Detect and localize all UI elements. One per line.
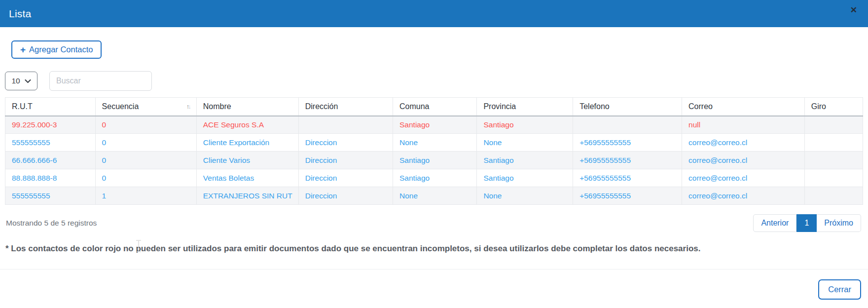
col-header-secuencia-label: Secuencia bbox=[102, 102, 139, 111]
cell-comuna: None bbox=[393, 134, 477, 152]
cell-direccion: Direccion bbox=[298, 152, 393, 169]
col-header-secuencia[interactable]: Secuencia ↑↓ bbox=[95, 98, 196, 116]
cell-comuna: Santiago bbox=[393, 116, 477, 134]
cell-comuna: None bbox=[393, 187, 477, 205]
cell-rut: 555555555 bbox=[5, 134, 96, 152]
cell-telefono: +56955555555 bbox=[573, 169, 682, 187]
cell-nombre: Cliente Varios bbox=[196, 152, 298, 169]
page-size-select[interactable]: 10 bbox=[5, 72, 37, 90]
cell-provincia: None bbox=[477, 134, 573, 152]
cell-provincia: Santiago bbox=[477, 116, 573, 134]
cell-correo: correo@correo.cl bbox=[682, 187, 805, 205]
modal-header: Lista ✕ bbox=[0, 0, 868, 27]
modal-body: + Agregar Contacto 10 R.U.T bbox=[0, 27, 868, 254]
cell-secuencia: 0 bbox=[95, 169, 196, 187]
cell-correo: null bbox=[682, 116, 805, 134]
col-header-nombre[interactable]: Nombre bbox=[196, 98, 298, 116]
cell-giro bbox=[804, 116, 863, 134]
modal-footer: Cerrar bbox=[0, 269, 868, 300]
table-row[interactable]: 555555555 0 Cliente Exportación Direccio… bbox=[5, 134, 863, 152]
table-row[interactable]: 99.225.000-3 0 ACE Seguros S.A Santiago … bbox=[5, 116, 863, 134]
list-footer: Mostrando 5 de 5 registros Anterior 1 Pr… bbox=[5, 214, 863, 232]
modal-title: Lista bbox=[9, 8, 31, 20]
cell-direccion: Direccion bbox=[298, 134, 393, 152]
add-contact-button[interactable]: + Agregar Contacto bbox=[11, 40, 102, 59]
cell-correo: correo@correo.cl bbox=[682, 152, 805, 169]
cell-correo: correo@correo.cl bbox=[682, 169, 805, 187]
contacts-table: R.U.T Secuencia ↑↓ Nombre Dirección Comu… bbox=[5, 97, 863, 205]
sort-icons: ↑↓ bbox=[186, 103, 190, 110]
chevron-down-icon bbox=[25, 79, 31, 83]
cell-telefono bbox=[573, 116, 682, 134]
pagination-previous[interactable]: Anterior bbox=[753, 214, 796, 232]
cell-telefono: +56955555555 bbox=[573, 134, 682, 152]
plus-icon: + bbox=[20, 45, 26, 54]
close-icon[interactable]: ✕ bbox=[848, 5, 859, 15]
page-size-value: 10 bbox=[11, 77, 20, 85]
cell-comuna: Santiago bbox=[393, 152, 477, 169]
col-header-telefono[interactable]: Telefono bbox=[573, 98, 682, 116]
table-controls: 10 bbox=[5, 71, 863, 91]
cell-correo: correo@correo.cl bbox=[682, 134, 805, 152]
add-contact-label: Agregar Contacto bbox=[29, 45, 93, 54]
cell-direccion bbox=[298, 116, 393, 134]
cell-nombre: Ventas Boletas bbox=[196, 169, 298, 187]
col-header-comuna[interactable]: Comuna bbox=[393, 98, 477, 116]
cell-direccion: Direccion bbox=[298, 169, 393, 187]
cell-secuencia: 1 bbox=[95, 187, 196, 205]
col-header-rut[interactable]: R.U.T bbox=[5, 98, 96, 116]
cell-secuencia: 0 bbox=[95, 116, 196, 134]
cell-provincia: Santiago bbox=[477, 169, 573, 187]
cell-provincia: Santiago bbox=[477, 152, 573, 169]
pagination: Anterior 1 Próximo bbox=[753, 214, 861, 232]
contact-list-modal: Lista ✕ + Agregar Contacto 10 bbox=[0, 0, 868, 300]
cell-provincia: None bbox=[477, 187, 573, 205]
cell-rut: 66.666.666-6 bbox=[5, 152, 96, 169]
cell-comuna: Santiago bbox=[393, 169, 477, 187]
table-row[interactable]: 66.666.666-6 0 Cliente Varios Direccion … bbox=[5, 152, 863, 169]
table-header-row: R.U.T Secuencia ↑↓ Nombre Dirección Comu… bbox=[5, 98, 863, 116]
cell-rut: 99.225.000-3 bbox=[5, 116, 96, 134]
cerrar-button[interactable]: Cerrar bbox=[818, 279, 861, 300]
sort-desc-icon: ↓ bbox=[188, 103, 190, 110]
pagination-next[interactable]: Próximo bbox=[817, 214, 861, 232]
cell-giro bbox=[804, 134, 863, 152]
col-header-giro[interactable]: Giro bbox=[804, 98, 863, 116]
pagination-current-page[interactable]: 1 bbox=[796, 214, 817, 232]
cell-giro bbox=[804, 187, 863, 205]
cell-rut: 88.888.888-8 bbox=[5, 169, 96, 187]
col-header-provincia[interactable]: Provincia bbox=[477, 98, 573, 116]
cell-nombre: Cliente Exportación bbox=[196, 134, 298, 152]
cell-telefono: +56955555555 bbox=[573, 152, 682, 169]
cell-nombre: ACE Seguros S.A bbox=[196, 116, 298, 134]
cell-secuencia: 0 bbox=[95, 134, 196, 152]
col-header-correo[interactable]: Correo bbox=[682, 98, 805, 116]
cell-giro bbox=[804, 152, 863, 169]
cell-giro bbox=[804, 169, 863, 187]
search-input[interactable] bbox=[49, 71, 152, 91]
cell-direccion: Direccion bbox=[298, 187, 393, 205]
cell-rut: 555555555 bbox=[5, 187, 96, 205]
cell-nombre: EXTRANJEROS SIN RUT bbox=[196, 187, 298, 205]
table-row[interactable]: 88.888.888-8 0 Ventas Boletas Direccion … bbox=[5, 169, 863, 187]
showing-records-text: Mostrando 5 de 5 registros bbox=[5, 219, 97, 228]
cell-telefono: +56955555555 bbox=[573, 187, 682, 205]
cell-secuencia: 0 bbox=[95, 152, 196, 169]
red-contacts-note: * Los contactos de color rojo no pueden … bbox=[5, 244, 863, 254]
table-row[interactable]: 555555555 1 EXTRANJEROS SIN RUT Direccio… bbox=[5, 187, 863, 205]
col-header-direccion[interactable]: Dirección bbox=[298, 98, 393, 116]
